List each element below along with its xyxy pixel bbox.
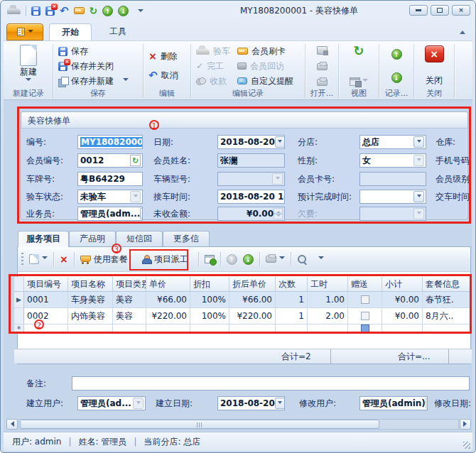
refresh-view-icon[interactable]: ↻: [353, 46, 364, 55]
cell-item-no[interactable]: 0002: [24, 308, 68, 324]
tab-service-items[interactable]: 服务项目: [18, 231, 69, 247]
table-row[interactable]: 0002 内饰美容 美容 ¥220.00 100% ¥220.00 1 2.00…: [14, 308, 472, 324]
cell-item-name[interactable]: 内饰美容: [68, 308, 113, 324]
inspect-state-field[interactable]: 未验车: [77, 190, 143, 204]
tab-product-detail[interactable]: 产品明细: [69, 231, 116, 246]
tab-tools[interactable]: 工具: [97, 23, 139, 40]
table-row[interactable]: ▶ 0001 车身美容 美容 ¥66.00 100% ¥66.00 1 1.00…: [14, 292, 472, 308]
previous-record-icon[interactable]: ↑: [102, 6, 113, 16]
cell-subtotal[interactable]: ¥0.00: [382, 308, 423, 324]
gift-checkbox[interactable]: [361, 312, 369, 320]
toolbar-drag-handle[interactable]: [21, 253, 23, 266]
col-header-discount[interactable]: 折扣: [190, 277, 229, 292]
member-card-icon[interactable]: [74, 7, 85, 14]
print-preview-icon[interactable]: [317, 79, 328, 86]
receive-time-field[interactable]: 2018-08-20 14: [217, 190, 285, 204]
col-header-item-no[interactable]: 项目编号: [24, 277, 68, 292]
cell-empty[interactable]: [423, 324, 472, 334]
cell-count[interactable]: 1: [276, 308, 308, 324]
branch-field[interactable]: 总店: [359, 135, 426, 149]
print-export-button[interactable]: [263, 253, 288, 265]
col-header-discounted-price[interactable]: 折后单价: [229, 277, 276, 292]
salesman-dropdown-button[interactable]: [140, 208, 143, 219]
delete-button[interactable]: ×删除: [145, 49, 189, 64]
new-button[interactable]: 新建: [6, 43, 51, 89]
cell-discount[interactable]: 100%: [190, 292, 229, 308]
cell-empty[interactable]: [382, 324, 423, 334]
col-header-labor-hours[interactable]: 工时: [308, 277, 348, 292]
refresh-icon[interactable]: ↻: [90, 6, 98, 16]
cell-labor-hours[interactable]: 1.00: [308, 292, 348, 308]
member-lookup-button[interactable]: ↻: [130, 155, 141, 166]
scroll-left-button[interactable]: [6, 419, 18, 430]
save-icon[interactable]: [31, 6, 40, 16]
close-form-button[interactable]: × 关闭: [416, 43, 453, 89]
report-icon[interactable]: [317, 46, 328, 55]
cell-category[interactable]: 美容: [113, 308, 146, 324]
row-selector[interactable]: [14, 308, 24, 324]
plate-no-field[interactable]: 粤B64229: [77, 172, 143, 186]
previous-record-icon[interactable]: ↑: [391, 49, 402, 60]
gift-checkbox-focused[interactable]: [361, 324, 369, 333]
cell-discounted-price[interactable]: ¥220.00: [229, 308, 276, 324]
maximize-button[interactable]: [431, 5, 449, 16]
member-name-field[interactable]: 张澜: [217, 153, 285, 168]
cell-empty[interactable]: [190, 324, 229, 334]
cell-empty[interactable]: [308, 324, 348, 334]
horizontal-scrollbar[interactable]: [6, 418, 471, 430]
qat-customize-icon[interactable]: [138, 9, 144, 15]
scrollbar-track[interactable]: [18, 419, 459, 430]
cell-item-no[interactable]: 0001: [24, 292, 68, 308]
assign-job-button[interactable]: 项目派工: [139, 251, 191, 268]
expect-time-field[interactable]: [359, 190, 426, 204]
create-date-dropdown-button[interactable]: [275, 398, 285, 409]
delete-row-button[interactable]: ×: [57, 253, 71, 266]
cell-empty[interactable]: [113, 324, 146, 334]
cell-item-name[interactable]: 车身美容: [68, 292, 113, 308]
custom-reminder-button[interactable]: 自定义提醒: [234, 74, 297, 89]
ribbon-collapse-icon[interactable]: [460, 28, 465, 34]
next-record-icon[interactable]: ↓: [118, 6, 129, 16]
col-header-item-name[interactable]: 项目名称: [68, 277, 113, 292]
cell-empty[interactable]: [276, 324, 308, 334]
layout-icon[interactable]: [350, 77, 360, 86]
close-button[interactable]: ×: [452, 5, 470, 16]
cell-count[interactable]: 1: [276, 292, 308, 308]
col-header-unit-price[interactable]: 单价: [146, 277, 190, 292]
toolbar-overflow-button[interactable]: [315, 254, 327, 264]
col-header-subtotal[interactable]: 小计: [382, 277, 423, 292]
search-button[interactable]: [294, 252, 310, 266]
undo-icon[interactable]: ↶: [60, 6, 69, 16]
col-header-count[interactable]: 次数: [276, 277, 308, 292]
date-dropdown-button[interactable]: [275, 136, 285, 148]
cell-package-info[interactable]: 8月六..: [423, 308, 472, 324]
application-menu-button[interactable]: [6, 23, 43, 40]
tab-sms-visit[interactable]: 短信回访: [116, 231, 163, 246]
cell-gift[interactable]: [348, 292, 382, 308]
cell-package-info[interactable]: 春节狂.: [423, 292, 472, 308]
cell-empty[interactable]: [24, 324, 68, 334]
cell-category[interactable]: 美容: [113, 292, 146, 308]
cell-gift[interactable]: [348, 324, 382, 334]
col-header-package-info[interactable]: 套餐信息: [423, 277, 472, 292]
salesman-field[interactable]: 管理员(adm...: [77, 207, 143, 221]
gender-field[interactable]: 女: [359, 153, 426, 168]
order-no-field[interactable]: MY1808200001: [77, 135, 143, 149]
save-close-icon[interactable]: ×: [45, 6, 55, 16]
member-swipe-button[interactable]: 会员刷卡: [234, 44, 297, 59]
tab-start[interactable]: 开始: [49, 23, 92, 40]
cell-discounted-price[interactable]: ¥66.00: [229, 292, 276, 308]
cell-unit-price[interactable]: ¥220.00: [146, 308, 190, 324]
scrollbar-thumb[interactable]: [20, 420, 379, 429]
cell-subtotal[interactable]: ¥0.00: [382, 292, 423, 308]
cancel-button[interactable]: ↶取消: [145, 68, 189, 83]
add-row-button[interactable]: [26, 252, 50, 266]
create-date-field[interactable]: 2018-08-20: [217, 396, 285, 410]
resize-grip[interactable]: [463, 442, 470, 449]
save-button[interactable]: 保存: [55, 44, 141, 59]
gift-checkbox[interactable]: [361, 295, 369, 304]
move-down-button[interactable]: ↓: [240, 252, 256, 267]
cell-empty[interactable]: [229, 324, 276, 334]
remark-field[interactable]: [72, 376, 470, 391]
use-package-button[interactable]: 使用套餐: [77, 251, 131, 268]
